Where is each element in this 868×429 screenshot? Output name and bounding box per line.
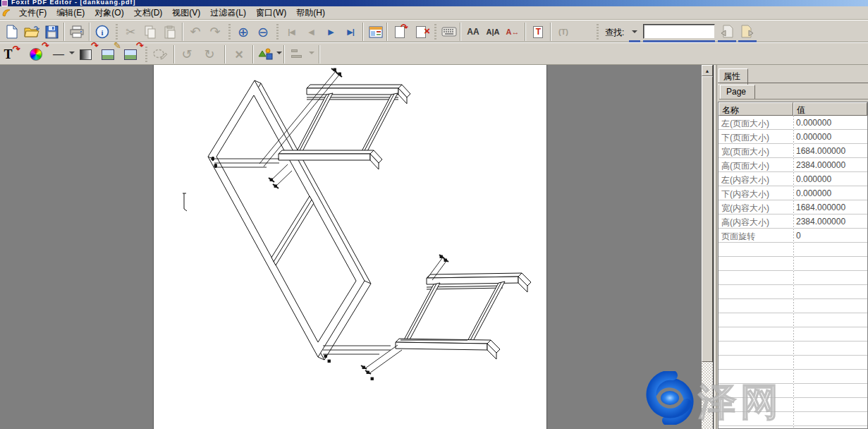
panel-splitter[interactable] <box>714 65 717 429</box>
property-row[interactable]: 下(内容大小) 0.000000 <box>719 186 867 200</box>
menu-bar: 文件(F) 编辑(E) 对象(O) 文档(D) 视图(V) 过滤器(L) 窗口(… <box>0 6 868 20</box>
align-objects-button[interactable] <box>288 45 306 64</box>
property-row[interactable]: 下(页面大小) 0.000000 <box>719 130 867 144</box>
rotate-page-button[interactable]: ↷ <box>391 23 409 41</box>
property-value[interactable]: 0.000000 <box>796 132 831 142</box>
undo-button[interactable]: ↶ <box>186 23 204 41</box>
column-header-name[interactable]: 名称 <box>719 102 793 116</box>
find-options-dropdown[interactable] <box>629 23 640 41</box>
separator <box>550 23 551 41</box>
cut-button[interactable]: ✂ <box>121 23 140 41</box>
prev-page-button[interactable]: ◀ <box>302 23 320 41</box>
app-window: Foxit PDF Editor - [dankuang.pdf] 文件(F) … <box>0 0 868 429</box>
insert-shape-dropdown[interactable] <box>276 52 282 54</box>
property-row[interactable]: 页面旋转 0 <box>719 229 867 243</box>
find-label: 查找: <box>605 27 624 39</box>
keyboard-button[interactable] <box>440 23 458 41</box>
menu-help[interactable]: 帮助(H) <box>291 6 330 20</box>
add-shading-button[interactable]: ↷ <box>27 45 45 64</box>
property-row[interactable]: 左(内容大小) 0.000000 <box>719 172 867 186</box>
font-kerning-button[interactable]: A|A <box>484 23 502 41</box>
menu-window[interactable]: 窗口(W) <box>251 6 291 20</box>
zoom-in-button[interactable]: ⊕ <box>234 23 252 41</box>
property-value[interactable]: 1684.000000 <box>796 146 845 156</box>
rotate-object-left-button[interactable]: ↺ <box>178 45 196 64</box>
menu-filter[interactable]: 过滤器(L) <box>205 6 251 20</box>
page-drawing <box>154 65 548 429</box>
property-value[interactable]: 1684.000000 <box>796 203 845 212</box>
font-spacing-button[interactable]: A↔ <box>503 23 522 41</box>
copy-button[interactable] <box>141 23 159 41</box>
toolbar-grip[interactable] <box>145 47 147 62</box>
insert-shape-button[interactable] <box>257 45 275 64</box>
toolbar-grip[interactable] <box>597 24 599 40</box>
find-previous-button[interactable] <box>718 23 736 41</box>
pdf-page[interactable] <box>153 65 547 429</box>
app-icon <box>1 0 8 6</box>
column-header-value[interactable]: 值 <box>793 102 867 116</box>
line-style-dropdown[interactable] <box>69 52 75 54</box>
redo-button[interactable]: ↷ <box>206 23 224 41</box>
edit-image-button[interactable]: ✎ <box>99 45 117 64</box>
property-row[interactable]: 宽(内容大小) 1684.000000 <box>719 200 867 214</box>
document-icon[interactable] <box>1 8 11 18</box>
properties-panel: 属性 Page 名称 值 左(页面大小) 0.000000 下(页面大小) 0.… <box>714 65 868 429</box>
property-name: 宽(内容大小) <box>721 203 769 214</box>
find-next-button[interactable] <box>738 23 757 41</box>
property-row[interactable]: 高(内容大小) 2384.000000 <box>719 214 867 229</box>
find-input[interactable] <box>643 24 715 39</box>
red-rotate-arrow-icon: ↷ <box>401 23 408 32</box>
delete-page-button[interactable]: × <box>412 23 430 41</box>
separator <box>252 45 254 64</box>
vertical-scrollbar[interactable]: ▲ <box>702 65 713 429</box>
tab-page[interactable]: Page <box>720 85 755 99</box>
toolbar-grip[interactable] <box>116 24 118 40</box>
divider <box>718 83 868 83</box>
menu-object[interactable]: 对象(O) <box>90 6 128 20</box>
first-page-button[interactable]: |◀ <box>282 23 300 41</box>
last-page-button[interactable]: ▶| <box>341 23 360 41</box>
separator <box>386 23 388 41</box>
add-text-button[interactable]: T↷ <box>3 45 21 64</box>
property-value[interactable]: 0.000000 <box>796 174 831 184</box>
print-button[interactable] <box>68 23 86 41</box>
open-file-button[interactable] <box>23 23 41 41</box>
save-button[interactable] <box>42 23 61 41</box>
font-button[interactable]: AA <box>464 23 482 41</box>
next-page-button[interactable]: ▶ <box>322 23 340 41</box>
property-value[interactable]: 0 <box>796 231 801 241</box>
property-row[interactable]: 左(页面大小) 0.000000 <box>719 116 867 130</box>
document-canvas[interactable] <box>0 65 702 429</box>
property-value[interactable]: 0.000000 <box>796 118 831 128</box>
add-image-button[interactable]: ↷ <box>121 45 140 64</box>
page-layout-button[interactable] <box>367 23 385 41</box>
property-value[interactable]: 2384.000000 <box>796 217 845 226</box>
scrollbar-thumb[interactable] <box>702 76 713 362</box>
rotate-object-right-button[interactable]: ↻ <box>200 45 219 64</box>
paste-button[interactable] <box>161 23 179 41</box>
select-object-button[interactable] <box>151 45 169 64</box>
property-row[interactable]: 宽(页面大小) 1684.000000 <box>719 144 867 158</box>
text-mode-button[interactable]: (T) <box>554 23 573 41</box>
menu-file[interactable]: 文件(F) <box>14 6 51 20</box>
zoom-out-button[interactable]: ⊖ <box>254 23 272 41</box>
property-value[interactable]: 0.000000 <box>796 188 831 198</box>
property-row[interactable]: 高(页面大小) 2384.000000 <box>719 158 867 172</box>
add-gradient-button[interactable]: ↷ <box>76 45 94 64</box>
property-value[interactable]: 2384.000000 <box>796 160 845 170</box>
delete-object-button[interactable]: × <box>230 45 248 64</box>
menu-edit[interactable]: 编辑(E) <box>51 6 90 20</box>
red-arrow-icon: ↷ <box>42 41 49 50</box>
toolbar-grip[interactable] <box>434 24 436 40</box>
menu-view[interactable]: 视图(V) <box>167 6 205 20</box>
frame-bottom-right <box>396 273 531 359</box>
align-objects-dropdown[interactable] <box>309 52 314 54</box>
toolbar-grip[interactable] <box>228 24 231 40</box>
toolbar-grip[interactable] <box>276 24 279 40</box>
add-text-object-button[interactable]: T <box>529 23 547 41</box>
info-button[interactable]: i <box>93 23 111 41</box>
new-file-button[interactable] <box>3 23 21 41</box>
menu-document[interactable]: 文档(D) <box>129 6 168 20</box>
scroll-up-button[interactable]: ▲ <box>702 65 713 76</box>
line-style-button[interactable]: — <box>49 45 68 64</box>
